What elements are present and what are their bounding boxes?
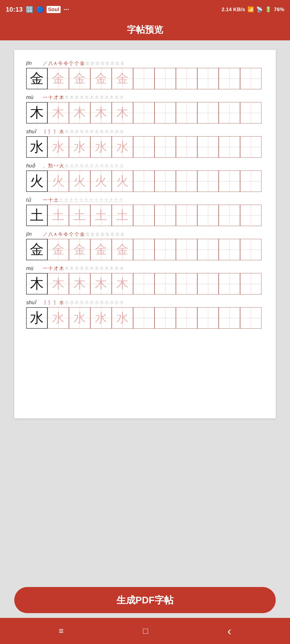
cell-ghost-mu-2-1[interactable]: 木: [48, 273, 69, 294]
cell-ghost-mu-1-2[interactable]: 木: [69, 102, 90, 124]
cell-ghost-jin-1-1[interactable]: 金: [48, 68, 69, 89]
cell-empty-mu-1-9[interactable]: [219, 102, 240, 124]
cell-empty-huo-1-7[interactable]: [176, 170, 197, 192]
cell-empty-mu-2-5[interactable]: [133, 273, 155, 294]
cell-empty-tu-1-10[interactable]: [240, 205, 261, 226]
cell-empty-mu-1-8[interactable]: [197, 102, 219, 124]
cell-ghost-mu-2-3[interactable]: 木: [90, 273, 112, 294]
grid-row-mu-2: 木 木 木 木 木: [26, 273, 264, 294]
cell-empty-shui-1-6[interactable]: [155, 136, 176, 158]
cell-empty-mu-1-10[interactable]: [240, 102, 261, 124]
cell-empty-shui-2-5[interactable]: [133, 307, 155, 329]
cell-empty-tu-1-5[interactable]: [133, 205, 155, 226]
cell-ghost-tu-1-2[interactable]: 土: [69, 205, 90, 226]
cell-ghost-jin-1-2[interactable]: 金: [69, 68, 90, 89]
cell-empty-shui-2-9[interactable]: [219, 307, 240, 329]
cell-empty-shui-1-8[interactable]: [197, 136, 219, 158]
cell-empty-mu-1-5[interactable]: [133, 102, 155, 124]
cell-ghost-mu-1-1[interactable]: 木: [48, 102, 69, 124]
cell-ghost-mu-2-4[interactable]: 木: [112, 273, 133, 294]
generate-pdf-button[interactable]: 生成PDF字帖: [14, 587, 276, 613]
strokes-tu-1: 一 十 土 土 土 土 土 土 土 土 土 土 土 土 土 土: [43, 197, 123, 203]
cell-ghost-shui-1-2[interactable]: 水: [69, 136, 90, 158]
cell-empty-shui-1-10[interactable]: [240, 136, 261, 158]
char-group-mu-2: mù 一 十 才 木 木 木 木 木 木 木 木 木 木 木 木: [26, 264, 264, 294]
strokes-mu-1: 一 十 才 木 木 木 木 木 木 木 木 木 木 木 木 木: [43, 94, 124, 101]
nav-menu-icon[interactable]: ≡: [59, 626, 64, 636]
cell-empty-jin-1-8[interactable]: [197, 68, 219, 89]
char-group-tu-1: tǔ 一 十 土 土 土 土 土 土 土 土 土 土 土 土 土: [26, 196, 264, 226]
cell-empty-tu-1-7[interactable]: [176, 205, 197, 226]
cell-empty-tu-1-8[interactable]: [197, 205, 219, 226]
cell-empty-shui-1-5[interactable]: [133, 136, 155, 158]
cell-empty-jin-2-7[interactable]: [176, 239, 197, 260]
cell-main-mu-2: 木: [26, 273, 48, 294]
cell-empty-huo-1-5[interactable]: [133, 170, 155, 192]
cell-ghost-huo-1-2[interactable]: 火: [69, 170, 90, 192]
cell-ghost-shui-1-4[interactable]: 水: [112, 136, 133, 158]
cell-ghost-shui-1-1[interactable]: 水: [48, 136, 69, 158]
cell-empty-shui-1-9[interactable]: [219, 136, 240, 158]
cell-empty-huo-1-8[interactable]: [197, 170, 219, 192]
stroke-row-mu-1: mù 一 十 才 木 木 木 木 木 木 木 木 木 木 木 木: [26, 94, 264, 101]
stroke-row-jin-2: jīn ／ 八 ∧ 今 令 仒 仒 金 金 金 金 金 金 金 金: [26, 230, 264, 238]
cell-ghost-mu-2-2[interactable]: 木: [69, 273, 90, 294]
cell-empty-jin-1-6[interactable]: [155, 68, 176, 89]
cell-empty-jin-1-5[interactable]: [133, 68, 155, 89]
cell-main-shui-2: 水: [26, 307, 48, 329]
cell-ghost-shui-2-1[interactable]: 水: [48, 307, 69, 329]
cell-ghost-shui-1-3[interactable]: 水: [90, 136, 112, 158]
nav-home-icon[interactable]: □: [143, 626, 148, 636]
cell-empty-shui-2-10[interactable]: [240, 307, 261, 329]
cell-empty-jin-2-5[interactable]: [133, 239, 155, 260]
cell-empty-mu-1-7[interactable]: [176, 102, 197, 124]
cell-ghost-tu-1-3[interactable]: 土: [90, 205, 112, 226]
cell-ghost-mu-1-4[interactable]: 木: [112, 102, 133, 124]
cell-empty-mu-2-10[interactable]: [240, 273, 261, 294]
cell-empty-mu-1-6[interactable]: [155, 102, 176, 124]
cell-empty-shui-2-6[interactable]: [155, 307, 176, 329]
cell-ghost-jin-1-4[interactable]: 金: [112, 68, 133, 89]
cell-empty-shui-1-7[interactable]: [176, 136, 197, 158]
char-group-shui-1: shuǐ 丨 氵 氵 水 水 水 水 水 水 水 水 水 水 水 水: [26, 128, 264, 158]
cell-ghost-huo-1-3[interactable]: 火: [90, 170, 112, 192]
cell-ghost-jin-2-1[interactable]: 金: [48, 239, 69, 260]
cell-empty-mu-2-7[interactable]: [176, 273, 197, 294]
cell-empty-jin-2-10[interactable]: [240, 239, 261, 260]
cell-empty-tu-1-6[interactable]: [155, 205, 176, 226]
cell-ghost-huo-1-4[interactable]: 火: [112, 170, 133, 192]
cell-ghost-jin-2-3[interactable]: 金: [90, 239, 112, 260]
cell-empty-shui-2-7[interactable]: [176, 307, 197, 329]
char-group-jin-1: jīn ／ 八 ∧ 今 令 仒 仒 金 金 金 金 金 金 金 金: [26, 59, 264, 89]
cell-empty-tu-1-9[interactable]: [219, 205, 240, 226]
cell-empty-shui-2-8[interactable]: [197, 307, 219, 329]
cell-ghost-shui-2-2[interactable]: 水: [69, 307, 90, 329]
cell-ghost-shui-2-3[interactable]: 水: [90, 307, 112, 329]
cell-ghost-jin-1-3[interactable]: 金: [90, 68, 112, 89]
cell-ghost-jin-2-2[interactable]: 金: [69, 239, 90, 260]
cell-ghost-mu-1-3[interactable]: 木: [90, 102, 112, 124]
cell-empty-jin-1-7[interactable]: [176, 68, 197, 89]
cell-empty-jin-2-8[interactable]: [197, 239, 219, 260]
cell-empty-jin-2-6[interactable]: [155, 239, 176, 260]
cell-empty-huo-1-10[interactable]: [240, 170, 261, 192]
cell-empty-huo-1-6[interactable]: [155, 170, 176, 192]
nav-back-icon[interactable]: ‹: [227, 624, 231, 638]
cell-empty-jin-2-9[interactable]: [219, 239, 240, 260]
app-icon-soul: Soul: [47, 6, 61, 13]
cell-ghost-tu-1-4[interactable]: 土: [112, 205, 133, 226]
cell-ghost-shui-2-4[interactable]: 水: [112, 307, 133, 329]
pinyin-jin-2: jīn: [26, 231, 43, 237]
signal-icon: 📶: [247, 6, 254, 12]
cell-empty-mu-2-8[interactable]: [197, 273, 219, 294]
cell-empty-jin-1-9[interactable]: [219, 68, 240, 89]
cell-empty-huo-1-9[interactable]: [219, 170, 240, 192]
cell-empty-mu-2-9[interactable]: [219, 273, 240, 294]
cell-ghost-huo-1-1[interactable]: 火: [48, 170, 69, 192]
strokes-mu-2: 一 十 才 木 木 木 木 木 木 木 木 木 木 木 木 木: [43, 265, 124, 272]
cell-ghost-tu-1-1[interactable]: 土: [48, 205, 69, 226]
cell-main-jin-1: 金: [26, 68, 48, 89]
cell-empty-mu-2-6[interactable]: [155, 273, 176, 294]
cell-ghost-jin-2-4[interactable]: 金: [112, 239, 133, 260]
cell-empty-jin-1-10[interactable]: [240, 68, 261, 89]
